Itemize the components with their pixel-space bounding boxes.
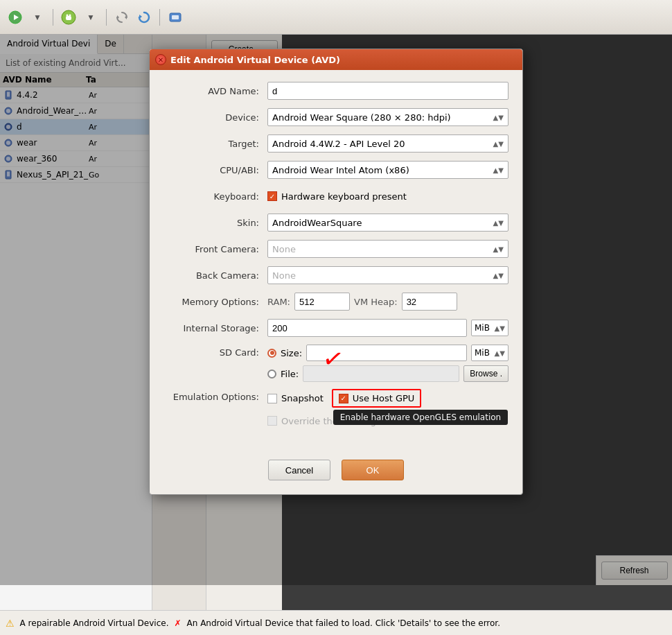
internal-storage-label: Internal Storage: bbox=[163, 323, 267, 333]
svg-point-5 bbox=[69, 14, 71, 16]
back-camera-label: Back Camera: bbox=[163, 270, 267, 281]
svg-marker-7 bbox=[117, 15, 119, 19]
snapshot-checkbox[interactable] bbox=[267, 394, 277, 403]
ram-input[interactable] bbox=[294, 293, 350, 311]
toolbar-icon-refresh[interactable] bbox=[134, 8, 154, 27]
back-camera-value: None bbox=[272, 270, 296, 281]
toolbar-icon-avd[interactable] bbox=[166, 8, 185, 27]
keyboard-checkbox-label: Hardware keyboard present bbox=[281, 191, 407, 202]
keyboard-row: Keyboard: ✓ Hardware keyboard present bbox=[163, 186, 509, 206]
svg-marker-6 bbox=[125, 15, 127, 19]
sdcard-file-row: File: Browse . ✓ bbox=[267, 365, 509, 382]
sdcard-file-label: File: bbox=[281, 369, 299, 379]
dialog-footer: Cancel OK bbox=[150, 449, 522, 494]
internal-mib-arrow: ▲▼ bbox=[495, 324, 505, 332]
internal-storage-input[interactable] bbox=[267, 319, 467, 337]
front-camera-arrow: ▲▼ bbox=[493, 245, 504, 253]
browse-button[interactable]: Browse . bbox=[463, 365, 509, 382]
device-select[interactable]: Android Wear Square (280 × 280: hdpi) ▲▼ bbox=[267, 108, 509, 126]
main-area: Android Virtual Devi De List of existing… bbox=[0, 35, 672, 610]
sdcard-size-radio[interactable] bbox=[267, 349, 276, 358]
back-camera-row: Back Camera: None ▲▼ bbox=[163, 266, 509, 285]
front-camera-label: Front Camera: bbox=[163, 244, 267, 254]
device-label: Device: bbox=[163, 112, 267, 123]
status-bar: ⚠ A repairable Android Virtual Device. ✗… bbox=[0, 610, 672, 635]
memory-label: Memory Options: bbox=[163, 297, 267, 307]
back-camera-select[interactable]: None ▲▼ bbox=[267, 266, 509, 284]
sdcard-row: SD Card: Size: MiB ▲▼ bbox=[163, 345, 509, 382]
cancel-button[interactable]: Cancel bbox=[268, 460, 330, 480]
ram-label: RAM: bbox=[267, 297, 290, 307]
warning-text: A repairable Android Virtual Device. bbox=[20, 618, 169, 628]
cpu-abi-arrow: ▲▼ bbox=[493, 166, 504, 174]
dialog-body: AVD Name: Device: Android Wear Square (2… bbox=[150, 70, 522, 449]
dialog-close-button[interactable]: ✕ bbox=[155, 54, 166, 65]
vmheap-input[interactable] bbox=[402, 293, 457, 311]
emulation-section: Snapshot ✓ Use Host GPU Enable hardware … bbox=[267, 389, 509, 408]
internal-mib-select[interactable]: MiB ▲▼ bbox=[471, 320, 509, 336]
target-row: Target: Android 4.4W.2 - API Level 20 ▲▼ bbox=[163, 134, 509, 153]
error-icon: ✗ bbox=[174, 618, 181, 628]
keyboard-checkbox[interactable]: ✓ bbox=[267, 191, 277, 201]
use-host-gpu-checkbox[interactable]: ✓ bbox=[339, 394, 348, 403]
dialog-titlebar: ✕ Edit Android Virtual Device (AVD) bbox=[150, 49, 522, 70]
ok-button[interactable]: OK bbox=[342, 460, 404, 480]
toolbar-separator-2 bbox=[106, 9, 107, 26]
dialog-title: Edit Android Virtual Device (AVD) bbox=[170, 55, 340, 65]
sdcard-size-label: Size: bbox=[281, 348, 302, 358]
emulation-label: Emulation Options: bbox=[163, 389, 267, 402]
front-camera-value: None bbox=[272, 244, 296, 254]
keyboard-checkbox-row: ✓ Hardware keyboard present bbox=[267, 191, 407, 202]
skin-row: Skin: AndroidWearSquare ▲▼ bbox=[163, 213, 509, 232]
device-arrow: ▲▼ bbox=[493, 114, 504, 121]
skin-select[interactable]: AndroidWearSquare ▲▼ bbox=[267, 214, 509, 232]
vmheap-label: VM Heap: bbox=[354, 297, 398, 307]
skin-value: AndroidWearSquare bbox=[272, 218, 362, 228]
memory-inputs: RAM: VM Heap: bbox=[267, 293, 457, 311]
use-host-gpu-label: Use Host GPU bbox=[353, 393, 415, 403]
svg-rect-3 bbox=[66, 16, 71, 20]
tooltip-box: Enable hardware OpenGLES emulation bbox=[333, 410, 508, 425]
edit-avd-dialog: ✕ Edit Android Virtual Device (AVD) AVD … bbox=[149, 49, 523, 495]
target-value: Android 4.4W.2 - API Level 20 bbox=[272, 139, 405, 149]
svg-point-4 bbox=[67, 14, 69, 16]
cpu-abi-value: Android Wear Intel Atom (x86) bbox=[272, 165, 409, 175]
override-checkbox bbox=[267, 416, 277, 426]
device-value: Android Wear Square (280 × 280: hdpi) bbox=[272, 112, 451, 123]
target-select[interactable]: Android 4.4W.2 - API Level 20 ▲▼ bbox=[267, 134, 509, 153]
avd-name-input[interactable] bbox=[267, 82, 509, 100]
memory-row: Memory Options: RAM: VM Heap: bbox=[163, 292, 509, 311]
cpu-abi-select[interactable]: Android Wear Intel Atom (x86) ▲▼ bbox=[267, 161, 509, 179]
device-row: Device: Android Wear Square (280 × 280: … bbox=[163, 107, 509, 127]
avd-name-row: AVD Name: bbox=[163, 81, 509, 101]
target-label: Target: bbox=[163, 139, 267, 149]
sdcard-mib-arrow: ▲▼ bbox=[495, 349, 505, 357]
front-camera-select[interactable]: None ▲▼ bbox=[267, 240, 509, 258]
svg-rect-10 bbox=[172, 15, 179, 19]
snapshot-checkbox-row: Snapshot bbox=[267, 393, 324, 403]
top-toolbar: ▼ ▼ bbox=[0, 0, 672, 35]
emulation-options-row: Emulation Options: Snapshot ✓ bbox=[163, 389, 509, 408]
sdcard-label: SD Card: bbox=[163, 345, 267, 358]
toolbar-icon-dropdown1[interactable]: ▼ bbox=[28, 8, 47, 27]
sdcard-file-radio[interactable] bbox=[267, 369, 276, 379]
sdcard-mib-label: MiB bbox=[475, 348, 490, 358]
sdcard-section: Size: MiB ▲▼ File: Browse bbox=[267, 345, 509, 382]
svg-marker-8 bbox=[139, 15, 142, 19]
keyboard-label: Keyboard: bbox=[163, 191, 267, 202]
toolbar-icon-dropdown2[interactable]: ▼ bbox=[81, 8, 100, 27]
avd-name-label: AVD Name: bbox=[163, 86, 267, 96]
cpu-abi-label: CPU/ABI: bbox=[163, 165, 267, 175]
internal-storage-row: Internal Storage: MiB ▲▼ bbox=[163, 318, 509, 338]
toolbar-separator bbox=[53, 9, 53, 26]
snapshot-label: Snapshot bbox=[281, 393, 324, 403]
cpu-abi-row: CPU/ABI: Android Wear Intel Atom (x86) ▲… bbox=[163, 160, 509, 180]
sdcard-mib-select[interactable]: MiB ▲▼ bbox=[471, 345, 509, 361]
toolbar-icon-android[interactable] bbox=[59, 8, 78, 27]
toolbar-icon-play[interactable] bbox=[6, 8, 25, 27]
sdcard-file-input bbox=[303, 365, 459, 382]
sdcard-size-input[interactable] bbox=[306, 345, 467, 361]
toolbar-icon-sync[interactable] bbox=[112, 8, 132, 27]
internal-mib-label: MiB bbox=[475, 323, 490, 333]
back-camera-arrow: ▲▼ bbox=[493, 272, 504, 279]
